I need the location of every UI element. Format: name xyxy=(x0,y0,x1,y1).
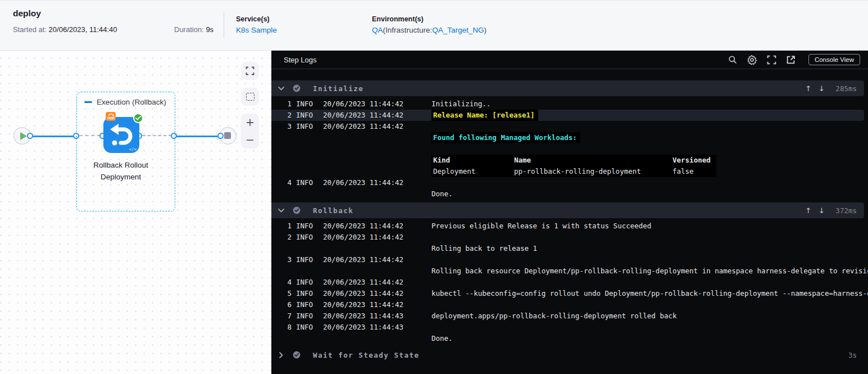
log-section-header-wait-for-steady-state[interactable]: Wait for Steady State ↑ ↓ 3s xyxy=(271,347,864,363)
log-level: INFO xyxy=(296,220,319,232)
chevron-icon[interactable] xyxy=(278,209,286,213)
fullscreen-icon xyxy=(246,66,255,75)
log-message: Deploymentpp-rollback-rolling-deployment… xyxy=(431,166,716,177)
duration: Duration: 9s xyxy=(174,25,213,34)
service-label: Service(s) xyxy=(236,15,277,23)
service-block: Service(s) K8s Sample xyxy=(236,15,277,34)
scroll-to-bottom-icon[interactable]: ↓ xyxy=(819,84,825,93)
log-section-header-rollback[interactable]: Rollback ↑ ↓ 372ms xyxy=(271,202,864,218)
node-caption: Rollback Rollout Deployment xyxy=(73,159,169,183)
pipeline-canvas[interactable]: Execution (Rollback) </> xyxy=(0,51,271,374)
log-section-rollback: Rollback ↑ ↓ 372ms 1 INFO 20/06/2023 11:… xyxy=(271,202,868,345)
zoom-in-button[interactable]: + xyxy=(241,114,259,131)
scroll-to-bottom-icon[interactable]: ↓ xyxy=(819,206,825,215)
log-table-row: Deploymentpp-rollback-rolling-deployment… xyxy=(431,166,716,177)
log-rows xyxy=(271,363,868,366)
log-line-number: 1 xyxy=(280,98,292,110)
search-icon xyxy=(728,55,737,64)
log-message: kubectl --kubeconfig=config rollout undo… xyxy=(431,288,868,299)
play-icon xyxy=(20,132,27,140)
log-row: Rolling back to release 1 xyxy=(271,243,868,254)
open-in-new-button[interactable] xyxy=(786,55,796,65)
section-duration: 285ms xyxy=(832,84,857,93)
log-message: Previous eligible Release is 1 with stat… xyxy=(431,220,651,232)
log-row: 7 INFO 20/06/2023 11:44:43 deployment.ap… xyxy=(271,310,868,322)
fullscreen-button[interactable] xyxy=(241,62,259,80)
log-table-cell: Deployment xyxy=(431,166,514,177)
log-row: 1 INFO 20/06/2023 11:44:42 Previous elig… xyxy=(271,220,868,232)
log-row: 2 INFO 20/06/2023 11:44:42 xyxy=(271,232,868,243)
log-timestamp: 20/06/2023 11:44:42 xyxy=(323,177,427,188)
log-level: INFO xyxy=(296,232,319,243)
expand-button[interactable] xyxy=(767,55,776,65)
canvas-controls: + − xyxy=(241,62,259,148)
log-level: INFO xyxy=(296,310,319,322)
step-success-icon xyxy=(293,351,301,359)
log-section-title: Rollback xyxy=(313,206,353,215)
log-timestamp: 20/06/2023 11:44:42 xyxy=(323,110,427,121)
log-line-number xyxy=(280,143,292,155)
log-timestamp xyxy=(323,243,427,254)
log-level: INFO xyxy=(296,277,319,288)
step-success-icon xyxy=(293,84,301,92)
log-timestamp xyxy=(323,166,427,177)
log-line-number: 4 xyxy=(280,277,292,288)
log-level: INFO xyxy=(296,288,319,299)
log-row: Done. xyxy=(271,188,868,200)
infrastructure-link[interactable]: QA_Target_NG xyxy=(432,26,484,34)
marquee-select-button[interactable] xyxy=(241,88,259,106)
scroll-to-top-icon[interactable]: ↑ xyxy=(805,206,811,215)
console-view-button[interactable]: Console View xyxy=(808,54,860,65)
scroll-to-top-icon[interactable]: ↑ xyxy=(805,84,811,93)
stop-icon xyxy=(224,132,231,139)
node-caption-line1: Rollback Rollout xyxy=(73,159,169,171)
environment-link[interactable]: QA xyxy=(372,26,383,34)
search-button[interactable] xyxy=(728,55,737,64)
zoom-out-button[interactable]: − xyxy=(241,131,259,148)
log-line-number xyxy=(280,333,292,344)
log-line-number xyxy=(280,132,292,143)
log-row: 3 INFO 20/06/2023 11:44:42 xyxy=(271,254,868,265)
log-timestamp xyxy=(323,265,427,277)
settings-gear-icon xyxy=(747,55,757,65)
log-level xyxy=(296,188,319,200)
log-timestamp: 20/06/2023 11:44:42 xyxy=(323,288,427,299)
log-line-number xyxy=(280,265,292,277)
collapse-dash-icon[interactable] xyxy=(84,101,92,103)
log-row: 6 INFO 20/06/2023 11:44:42 xyxy=(271,299,868,310)
log-message: KindNameVersioned xyxy=(431,155,716,166)
log-table-cell: pp-rollback-rolling-deployment xyxy=(514,166,672,177)
node-caption-line2: Deployment xyxy=(73,171,169,183)
log-message: Rolling back resource Deployment/pp-roll… xyxy=(431,265,868,277)
log-section-header-initialize[interactable]: Initialize ↑ ↓ 285ms xyxy=(271,80,864,96)
environment-suffix: ) xyxy=(484,26,487,34)
log-message: deployment.apps/pp-rollback-rolling-depl… xyxy=(431,310,677,322)
service-link[interactable]: K8s Sample xyxy=(236,26,277,34)
settings-button[interactable] xyxy=(747,55,757,65)
started-at: Started at: 20/06/2023, 11:44:40 xyxy=(13,25,117,34)
rollback-step-node[interactable]: </> xyxy=(103,117,139,153)
log-row: Done. xyxy=(271,333,868,344)
log-section-title: Initialize xyxy=(313,84,363,93)
log-message: Initializing.. xyxy=(431,98,490,110)
port xyxy=(217,133,224,139)
log-timestamp xyxy=(323,333,427,344)
log-line-number xyxy=(280,166,292,177)
log-level xyxy=(296,265,319,277)
console-header: Step Logs xyxy=(271,51,868,69)
log-message: Release Name: [release1] xyxy=(431,110,538,121)
log-level xyxy=(296,333,319,344)
log-line-number: 8 xyxy=(280,322,292,333)
log-level xyxy=(296,143,319,155)
chevron-icon[interactable] xyxy=(278,353,286,357)
log-level: INFO xyxy=(296,254,319,265)
log-level: INFO xyxy=(296,322,319,333)
chevron-icon[interactable] xyxy=(278,87,286,91)
log-message: Done. xyxy=(431,188,453,200)
log-line-number: 3 xyxy=(280,121,292,132)
log-row: Deploymentpp-rollback-rolling-deployment… xyxy=(271,166,868,177)
log-section-title: Wait for Steady State xyxy=(313,351,420,359)
log-line-number: 4 xyxy=(280,177,292,188)
duration-value: 9s xyxy=(206,25,213,34)
zoom-panel: + − xyxy=(241,114,259,148)
